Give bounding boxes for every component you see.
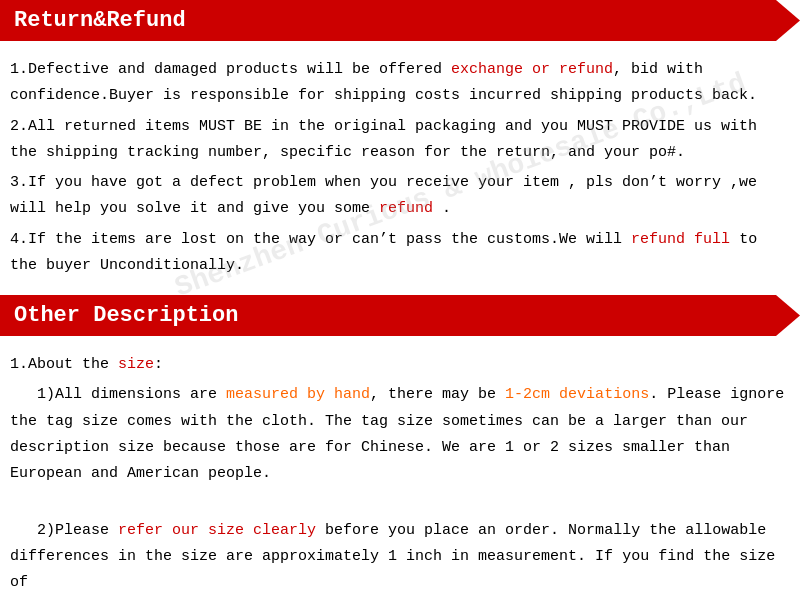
p6-highlight2: 1-2cm deviations [505, 386, 649, 403]
p2-text2: the shipping tracking number, specific r… [10, 144, 685, 161]
p5-text1: 1.About the [10, 356, 118, 373]
p4-text2: to [730, 231, 757, 248]
p5-highlight1: size [118, 356, 154, 373]
p4-highlight1: refund full [631, 231, 730, 248]
p7-text2: before you place an order. Normally the … [316, 522, 766, 539]
p6-highlight1: measured by hand [226, 386, 370, 403]
p6-text3: . Please ignore [649, 386, 784, 403]
p7-text4: If [595, 548, 613, 565]
paragraph-3: 3.If you have got a defect problem when … [10, 170, 790, 223]
p7-text3: differences in the size are approximatel… [10, 548, 595, 565]
other-description-content: 1.About the size: 1)All dimensions are m… [0, 346, 800, 600]
p4-text3: the buyer Unconditionally. [10, 257, 244, 274]
p6-text4: the tag size comes with the cloth. The t… [10, 413, 748, 430]
p4-text1: 4.If the items are lost on the way or ca… [10, 231, 631, 248]
p6-text2: , there may be [370, 386, 505, 403]
p6-text1: 1)All dimensions are [10, 386, 226, 403]
page-wrapper: Shenzhen Curious & wholesale Co.,Ltd Ret… [0, 0, 800, 600]
return-refund-header: Return&Refund [0, 0, 800, 41]
return-refund-section: Return&Refund 1.Defective and damaged pr… [0, 0, 800, 295]
other-description-section: Other Description 1.About the size: 1)Al… [0, 295, 800, 600]
paragraph-1: 1.Defective and damaged products will be… [10, 57, 790, 110]
p3-text3: . [433, 200, 451, 217]
p3-text2: will help you solve it and give you some [10, 200, 379, 217]
p7-highlight1: refer our size clearly [118, 522, 316, 539]
p7-text1: 2)Please [10, 522, 118, 539]
p5-text2: : [154, 356, 163, 373]
p6-text5: description size because those are for C… [10, 439, 730, 456]
paragraph-5: 1.About the size: [10, 352, 790, 378]
p3-highlight1: refund [379, 200, 433, 217]
p1-text1: 1.Defective and damaged products will be… [10, 61, 451, 78]
paragraph-4: 4.If the items are lost on the way or ca… [10, 227, 790, 280]
other-description-header: Other Description [0, 295, 800, 336]
paragraph-7: 2)Please refer our size clearly before y… [10, 491, 790, 600]
p3-text1: 3.If you have got a defect problem when … [10, 174, 757, 191]
p6-text6: European and American people. [10, 465, 271, 482]
p1-highlight1: exchange or refund [451, 61, 613, 78]
return-refund-content: 1.Defective and damaged products will be… [0, 51, 800, 295]
paragraph-6: 1)All dimensions are measured by hand, t… [10, 382, 790, 487]
p2-text1: 2.All returned items MUST BE in the orig… [10, 118, 757, 135]
paragraph-2: 2.All returned items MUST BE in the orig… [10, 114, 790, 167]
